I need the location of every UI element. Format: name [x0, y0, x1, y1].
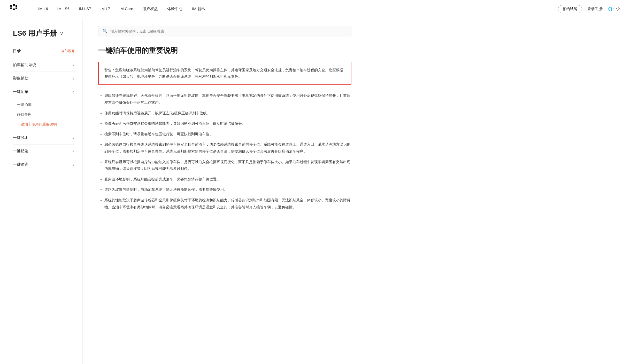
page-body: LS6 用户手册 ∨ 目录 全部展开 泊车辅助系统 ∨ 影像辅助 ∨ 一键泊车 … — [0, 18, 631, 364]
svg-rect-5 — [16, 7, 17, 9]
chevron-down-icon: ∨ — [72, 163, 75, 167]
list-item: 您必须始终自行检查并确认系统搜索到的停车位安全且合适泊车，切勿依赖系统搜索合适的… — [104, 141, 351, 155]
list-item: 受周围环境影响，系统可能会提前完成泊车，需要您酌情调整车辆位置。 — [104, 176, 351, 183]
trial-drive-button[interactable]: 预约试驾 — [558, 5, 582, 13]
article-title: 一键泊车使用的重要说明 — [98, 46, 351, 56]
chevron-down-icon: ∨ — [72, 136, 75, 140]
toc-sub-one-key-park[interactable]: 一键泊车 — [17, 100, 75, 110]
login-button[interactable]: 登录/注册 — [587, 7, 603, 11]
logo[interactable] — [10, 4, 23, 14]
search-input[interactable] — [110, 29, 347, 33]
svg-rect-1 — [13, 4, 15, 6]
toc-section-image-assist[interactable]: 影像辅助 ∨ — [13, 72, 75, 85]
nav-im-ls6[interactable]: IM LS6 — [57, 6, 70, 11]
sidebar: LS6 用户手册 ∨ 目录 全部展开 泊车辅助系统 ∨ 影像辅助 ∨ 一键泊车 … — [0, 18, 83, 364]
language-selector[interactable]: 🌐 中文 — [608, 7, 621, 11]
nav-im-l6[interactable]: IM L6 — [38, 6, 48, 11]
nav-im-care[interactable]: IM Care — [119, 6, 133, 11]
nav-experience[interactable]: 体验中心 — [167, 6, 183, 11]
list-item: 道路为坡道的情况时，自动泊车系统可能无法按预期运作，需要您警慎使用。 — [104, 186, 351, 193]
toc-section-parking-assist[interactable]: 泊车辅助系统 ∨ — [13, 58, 75, 72]
list-item: 使用功能时请保持后视镜展开，以保证左/右摄像正确识别车位线。 — [104, 110, 351, 117]
nav-im-l7[interactable]: IM L7 — [101, 6, 110, 11]
toc-header: 目录 全部展开 — [13, 49, 75, 53]
toc-expand-button[interactable]: 全部展开 — [61, 49, 75, 53]
toc-sub-silent-search[interactable]: 静默寻库 — [17, 110, 75, 120]
toc-section-one-key-park[interactable]: 一键泊车 ∧ — [13, 85, 75, 98]
chevron-down-icon: ∨ — [72, 63, 75, 67]
manual-title: LS6 用户手册 — [13, 28, 57, 38]
toc-section-one-key-edge[interactable]: 一键贴边 ∨ — [13, 144, 75, 158]
chevron-down-icon: ∨ — [72, 149, 75, 153]
manual-title-chevron-icon[interactable]: ∨ — [60, 30, 64, 36]
main-content: 🔍 一键泊车使用的重要说明 警告：您应知晓该系统仅为辅助驾驶员进行泊车的系统，驾… — [83, 18, 367, 364]
svg-rect-4 — [13, 9, 15, 10]
chevron-up-icon: ∧ — [72, 90, 75, 94]
svg-rect-2 — [16, 5, 17, 7]
search-icon: 🔍 — [103, 29, 108, 34]
nav-im-zhiji[interactable]: IM 智己 — [192, 6, 205, 11]
search-bar: 🔍 — [98, 26, 351, 36]
nav-links: IM L6 IM LS6 IM LS7 IM L7 IM Care 用户权益 体… — [38, 6, 548, 11]
toc-section-one-key-escape[interactable]: 一键脱困 ∨ — [13, 131, 75, 144]
list-item: 系统的性能取决于超声波传感器和全景影像摄像头对于环境的检测和识别能力。传感器的识… — [104, 197, 351, 210]
list-item: 摄像头表面污损或被遮挡会影响感知能力，导致识别不到可泊车位，请及时清洁摄像头。 — [104, 120, 351, 127]
globe-icon: 🌐 — [608, 7, 612, 11]
nav-user-rights[interactable]: 用户权益 — [142, 6, 158, 11]
nav-im-ls7[interactable]: IM LS7 — [79, 6, 91, 11]
svg-rect-0 — [10, 5, 12, 7]
manual-title-row: LS6 用户手册 ∨ — [13, 28, 75, 38]
warning-box: 警告：您应知晓该系统仅为辅助驾驶员进行泊车的系统，驾驶员仍为操作主体，并遵守国家… — [98, 62, 351, 85]
toc-sub-list-one-key-park: 一键泊车 静默寻库 一键泊车使用的重要说明 — [13, 98, 75, 131]
toc-label: 目录 — [13, 49, 21, 53]
svg-rect-3 — [10, 7, 12, 9]
article-list: 您应保证在光线良好、天气条件适宜、路面平坦无明显坡度、车辆符合安全驾驶要求且电量… — [98, 92, 351, 210]
list-item: 搜索不到车位时，请尽量靠近车位区域行驶，可更快找到可泊车位。 — [104, 131, 351, 138]
list-item: 系统只会显示可以根据自身能力能泊入的停车位。是否可以泊入会根据环境而变化，而不只… — [104, 159, 351, 172]
toc-sub-important-note[interactable]: 一键泊车使用的重要说明 — [17, 120, 75, 129]
nav-right: 预约试驾 登录/注册 🌐 中文 — [558, 5, 621, 13]
list-item: 您应保证在光线良好、天气条件适宜、路面平坦无明显坡度、车辆符合安全驾驶要求且电量… — [104, 92, 351, 106]
toc-sections: 泊车辅助系统 ∨ 影像辅助 ∨ 一键泊车 ∧ 一键泊车 静默寻库 一键泊车使用的… — [13, 58, 75, 171]
toc-section-one-key-loop[interactable]: 一键循迹 ∨ — [13, 158, 75, 171]
navigation: IM L6 IM LS6 IM LS7 IM L7 IM Care 用户权益 体… — [0, 0, 631, 18]
chevron-down-icon: ∨ — [72, 76, 75, 80]
